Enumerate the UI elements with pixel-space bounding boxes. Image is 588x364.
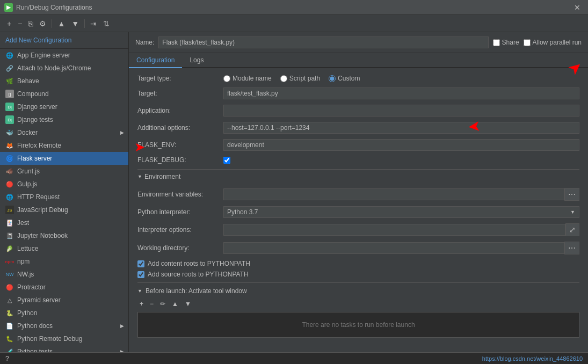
sidebar-item-attach-node[interactable]: 🔗 Attach to Node.js/Chrome bbox=[0, 62, 128, 75]
sidebar-item-python-docs[interactable]: 📄 Python docs bbox=[0, 319, 128, 332]
sidebar-item-label: Attach to Node.js/Chrome bbox=[17, 64, 91, 72]
sidebar-item-label: Grunt.js bbox=[17, 168, 40, 175]
add-content-roots-label: Add content roots to PYTHONPATH bbox=[148, 260, 250, 267]
add-content-roots-checkbox-label[interactable]: Add content roots to PYTHONPATH bbox=[137, 260, 579, 267]
share-checkbox[interactable] bbox=[493, 39, 500, 46]
sidebar-item-python-remote[interactable]: 🐛 Python Remote Debug bbox=[0, 332, 128, 345]
sidebar-item-django-tests[interactable]: Dj Django tests bbox=[0, 113, 128, 126]
target-input[interactable] bbox=[223, 88, 579, 99]
sidebar-item-npm[interactable]: npm npm bbox=[0, 255, 128, 268]
tab-configuration[interactable]: Configuration bbox=[129, 53, 182, 68]
additional-options-input[interactable] bbox=[223, 122, 579, 134]
environment-section-header[interactable]: ▼ Environment bbox=[137, 169, 579, 184]
python-interpreter-select[interactable]: Python 3.7 bbox=[223, 206, 579, 218]
sidebar-item-label: Pyramid server bbox=[17, 296, 61, 304]
move-up-button[interactable]: ▲ bbox=[55, 18, 68, 30]
sidebar-item-label: Python tests bbox=[17, 348, 53, 352]
interpreter-options-browse-button[interactable]: ⤢ bbox=[565, 223, 579, 236]
sidebar-item-docker[interactable]: 🐳 Docker bbox=[0, 126, 128, 139]
sidebar-item-django-server[interactable]: Dj Django server bbox=[0, 100, 128, 113]
before-launch-arrow: ▼ bbox=[137, 288, 142, 294]
sidebar-item-label: Flask server bbox=[17, 155, 52, 162]
sidebar-item-label: Django tests bbox=[17, 116, 53, 123]
before-launch-add-button[interactable]: + bbox=[137, 299, 146, 309]
target-type-group: Module name Script path Custom bbox=[223, 75, 579, 82]
gulp-icon: 🔴 bbox=[5, 180, 14, 188]
sidebar-item-gulp[interactable]: 🔴 Gulp.js bbox=[0, 178, 128, 191]
sidebar-item-behave[interactable]: 🌿 Behave bbox=[0, 75, 128, 88]
name-bar: Name: Share Allow parallel run bbox=[129, 32, 588, 53]
behave-icon: 🌿 bbox=[5, 77, 14, 85]
env-vars-browse-button[interactable]: ⋯ bbox=[564, 188, 579, 201]
help-button[interactable]: ? bbox=[5, 355, 9, 362]
flask-env-input[interactable] bbox=[223, 139, 579, 151]
working-dir-browse-button[interactable]: ⋯ bbox=[564, 242, 579, 254]
sidebar-item-nwjs[interactable]: NW NW.js bbox=[0, 268, 128, 281]
flask-icon: 🌀 bbox=[5, 154, 14, 163]
move-down-button[interactable]: ▼ bbox=[69, 18, 82, 30]
before-launch-down-button[interactable]: ▼ bbox=[183, 299, 193, 309]
radio-custom[interactable]: Custom bbox=[329, 75, 360, 82]
sidebar-item-lettuce[interactable]: 🥬 Lettuce bbox=[0, 242, 128, 255]
sidebar-item-flask[interactable]: 🌀 Flask server bbox=[0, 152, 128, 165]
sidebar-item-label: App Engine server bbox=[17, 52, 70, 59]
before-launch-up-button[interactable]: ▲ bbox=[170, 299, 180, 309]
right-wrapper: ➤ ➤ ➤ Name: Share Allow parallel run bbox=[129, 32, 588, 352]
add-config-button[interactable]: + bbox=[4, 18, 14, 30]
before-launch-edit-button[interactable]: ✏ bbox=[158, 299, 168, 309]
flask-debug-checkbox[interactable] bbox=[223, 157, 230, 164]
working-dir-input[interactable] bbox=[223, 242, 564, 254]
application-input[interactable] bbox=[223, 105, 579, 117]
radio-module-name[interactable]: Module name bbox=[223, 75, 272, 82]
sidebar-item-python-tests[interactable]: 🧪 Python tests bbox=[0, 345, 128, 352]
django-server-icon: Dj bbox=[5, 103, 14, 111]
sort-button[interactable]: ⇅ bbox=[100, 18, 112, 30]
sidebar-item-label: Jupyter Notebook bbox=[17, 232, 68, 239]
add-source-roots-checkbox-label[interactable]: Add source roots to PYTHONPATH bbox=[137, 271, 579, 278]
interpreter-options-input[interactable] bbox=[223, 224, 565, 236]
move-button[interactable]: ⇥ bbox=[88, 18, 99, 30]
sidebar-item-http[interactable]: 🌐 HTTP Request bbox=[0, 191, 128, 203]
working-dir-group: ⋯ bbox=[223, 242, 579, 254]
name-input[interactable] bbox=[158, 37, 488, 48]
env-vars-label: Environment variables: bbox=[137, 191, 223, 198]
sidebar-item-label: Compound bbox=[17, 90, 49, 98]
sidebar-item-firefox[interactable]: 🦊 Firefox Remote bbox=[0, 139, 128, 152]
remove-config-button[interactable]: − bbox=[15, 18, 25, 30]
add-source-roots-label: Add source roots to PYTHONPATH bbox=[148, 271, 249, 278]
sidebar-item-grunt[interactable]: 🐗 Grunt.js bbox=[0, 165, 128, 178]
env-vars-group: ⋯ bbox=[223, 188, 579, 201]
before-launch-section: ▼ Before launch: Activate tool window + … bbox=[137, 282, 579, 338]
app-icon: ▶ bbox=[4, 3, 13, 12]
close-button[interactable]: ✕ bbox=[571, 2, 584, 13]
left-panel: Add New Configuration 🌐 App Engine serve… bbox=[0, 32, 129, 352]
sidebar-item-jest[interactable]: 🃏 Jest bbox=[0, 216, 128, 229]
sidebar-item-pyramid[interactable]: △ Pyramid server bbox=[0, 294, 128, 307]
env-vars-input[interactable] bbox=[223, 188, 564, 200]
sidebar-item-protractor[interactable]: 🔴 Protractor bbox=[0, 281, 128, 294]
add-new-configuration[interactable]: Add New Configuration bbox=[0, 32, 128, 49]
radio-script-path[interactable]: Script path bbox=[280, 75, 320, 82]
share-checkbox-label: Share bbox=[493, 39, 519, 46]
sidebar-item-app-engine[interactable]: 🌐 App Engine server bbox=[0, 49, 128, 62]
target-label: Target: bbox=[137, 90, 223, 97]
sidebar-item-js-debug[interactable]: JS JavaScript Debug bbox=[0, 203, 128, 216]
tab-logs[interactable]: Logs bbox=[182, 53, 211, 68]
settings-button[interactable]: ⚙ bbox=[37, 18, 49, 30]
title-bar: ▶ Run/Debug Configurations ✕ bbox=[0, 0, 588, 15]
sidebar-item-compound[interactable]: [] Compound bbox=[0, 88, 128, 100]
right-panel: Name: Share Allow parallel run Configura… bbox=[129, 32, 588, 352]
sidebar-item-python[interactable]: 🐍 Python bbox=[0, 307, 128, 319]
allow-parallel-label: Allow parallel run bbox=[524, 39, 582, 46]
firefox-icon: 🦊 bbox=[5, 141, 14, 150]
allow-parallel-checkbox[interactable] bbox=[524, 39, 531, 46]
copy-config-button[interactable]: ⎘ bbox=[26, 18, 35, 30]
env-vars-row: Environment variables: ⋯ bbox=[137, 188, 579, 201]
add-content-roots-checkbox[interactable] bbox=[137, 260, 144, 267]
config-body: Target type: Module name Script path bbox=[129, 68, 588, 352]
before-launch-remove-button[interactable]: − bbox=[148, 299, 156, 309]
add-source-roots-checkbox[interactable] bbox=[137, 271, 144, 278]
sidebar-item-jupyter[interactable]: 📓 Jupyter Notebook bbox=[0, 229, 128, 242]
python-interpreter-row: Python interpreter: Python 3.7 bbox=[137, 206, 579, 218]
protractor-icon: 🔴 bbox=[5, 283, 14, 292]
